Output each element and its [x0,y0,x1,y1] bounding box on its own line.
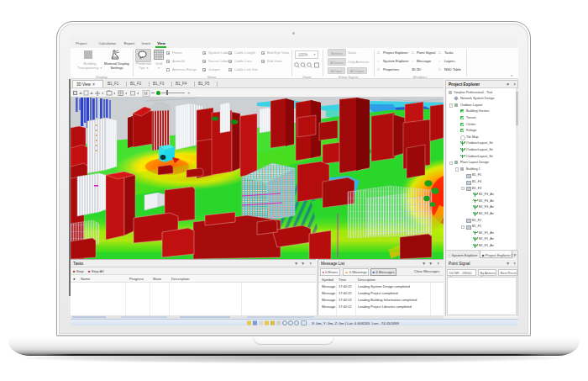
svg-text:M: M [144,91,148,96]
